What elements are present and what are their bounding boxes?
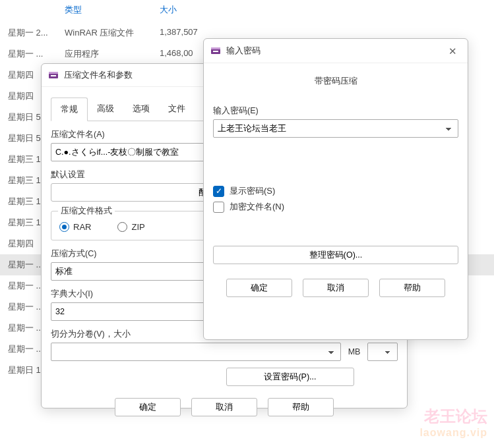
rar-icon bbox=[48, 70, 59, 80]
radio-icon bbox=[117, 222, 127, 232]
format-rar-label: RAR bbox=[73, 222, 91, 232]
watermark: 老王论坛 laowang.vip bbox=[419, 406, 487, 439]
password-help-button[interactable]: 帮助 bbox=[379, 279, 445, 297]
archive-help-button[interactable]: 帮助 bbox=[268, 398, 334, 416]
split-unit-select[interactable] bbox=[367, 343, 398, 361]
archive-ok-button[interactable]: 确定 bbox=[115, 398, 181, 416]
row-size: 1,468,00 bbox=[160, 48, 193, 60]
row-date: 星期一 ... bbox=[8, 48, 65, 60]
split-size-select[interactable] bbox=[51, 343, 341, 361]
svg-rect-4 bbox=[211, 47, 220, 49]
show-password-label: 显示密码(S) bbox=[230, 185, 275, 197]
radio-icon bbox=[59, 222, 69, 232]
close-button[interactable]: ✕ bbox=[444, 44, 461, 57]
checkbox-icon: ✓ bbox=[213, 186, 224, 197]
svg-rect-1 bbox=[49, 72, 58, 74]
format-zip-label: ZIP bbox=[131, 222, 144, 232]
row-size: 1,387,507 bbox=[160, 27, 198, 39]
password-titlebar: 输入密码 ✕ bbox=[204, 39, 468, 63]
col-type-header: 类型 bbox=[65, 4, 160, 16]
password-footer: 确定 取消 帮助 bbox=[204, 271, 468, 305]
tab-3[interactable]: 文件 bbox=[159, 98, 195, 121]
row-date: 星期一 2... bbox=[8, 27, 65, 39]
set-password-button[interactable]: 设置密码(P)... bbox=[226, 368, 354, 386]
password-title: 输入密码 bbox=[226, 45, 444, 57]
list-header: 类型 大小 bbox=[0, 4, 494, 22]
watermark-text-1: 老王论坛 bbox=[419, 406, 487, 427]
watermark-text-2: laowang.vip bbox=[419, 427, 487, 439]
rar-icon bbox=[210, 45, 221, 56]
password-cancel-button[interactable]: 取消 bbox=[303, 279, 369, 297]
split-unit-label: MB bbox=[346, 347, 362, 356]
col-size-header: 大小 bbox=[160, 4, 177, 16]
tab-1[interactable]: 高级 bbox=[88, 98, 123, 121]
row-type: 应用程序 bbox=[65, 48, 160, 60]
password-heading: 带密码压缩 bbox=[213, 70, 458, 98]
svg-rect-5 bbox=[213, 51, 218, 52]
tab-2[interactable]: 选项 bbox=[123, 98, 159, 121]
encrypt-names-label: 加密文件名(N) bbox=[230, 201, 284, 213]
password-ok-button[interactable]: 确定 bbox=[226, 279, 292, 297]
encrypt-names-checkbox[interactable]: 加密文件名(N) bbox=[213, 201, 458, 213]
tab-0[interactable]: 常规 bbox=[51, 98, 88, 121]
password-label: 输入密码(E) bbox=[213, 105, 458, 117]
row-type: WinRAR 压缩文件 bbox=[65, 27, 160, 39]
archive-footer: 确定 取消 帮助 bbox=[42, 390, 407, 424]
close-icon: ✕ bbox=[448, 46, 457, 56]
format-zip-radio[interactable]: ZIP bbox=[117, 222, 144, 232]
checkbox-icon bbox=[213, 202, 224, 213]
archive-cancel-button[interactable]: 取消 bbox=[191, 398, 257, 416]
show-password-checkbox[interactable]: ✓ 显示密码(S) bbox=[213, 185, 458, 197]
svg-rect-2 bbox=[51, 75, 56, 76]
password-dialog: 输入密码 ✕ 带密码压缩 输入密码(E) 上老王论坛当老王 ✓ 显示密码(S) … bbox=[203, 38, 468, 340]
password-input[interactable]: 上老王论坛当老王 bbox=[213, 119, 458, 138]
format-rar-radio[interactable]: RAR bbox=[59, 222, 91, 232]
format-legend: 压缩文件格式 bbox=[58, 206, 115, 217]
organize-passwords-button[interactable]: 整理密码(O)... bbox=[213, 246, 458, 264]
